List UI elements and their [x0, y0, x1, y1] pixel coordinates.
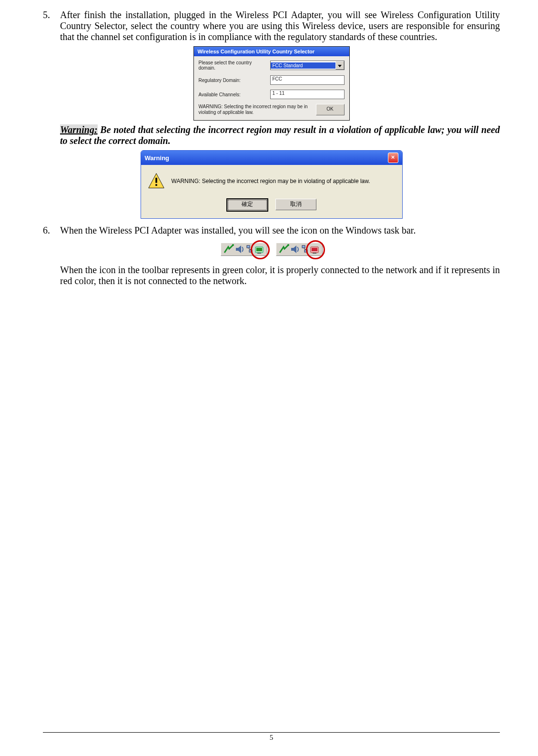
network-icon	[302, 245, 308, 254]
regulatory-domain-label: Regulatory Domain:	[199, 78, 270, 83]
svg-line-8	[248, 248, 251, 250]
warning-dialog: Warning × WARNING: Selecting the incorre…	[141, 150, 403, 219]
dialog2-cancel-button[interactable]: 取消	[275, 199, 316, 210]
page-footer: 5	[43, 732, 500, 742]
country-dropdown-value: FCC Standard	[271, 62, 335, 69]
close-button[interactable]: ×	[388, 153, 398, 163]
svg-marker-0	[338, 65, 342, 67]
taskbar-disconnected	[276, 243, 323, 256]
svg-rect-3	[155, 184, 157, 186]
dialog2-title: Warning	[145, 154, 388, 162]
step-6-number: 6.	[43, 225, 60, 236]
volume-icon	[235, 244, 245, 255]
warning-icon	[148, 173, 165, 190]
chevron-down-icon	[338, 63, 342, 68]
svg-rect-19	[313, 253, 316, 254]
inline-warning-text: Be noted that selecting the incorrect re…	[60, 124, 500, 146]
svg-point-12	[287, 244, 289, 246]
svg-rect-18	[312, 248, 317, 251]
dialog2-message: WARNING: Selecting the incorrect region …	[172, 178, 396, 184]
svg-point-4	[232, 244, 234, 246]
step-6: 6. When the Wireless PCI Adapter was ins…	[43, 225, 500, 236]
dialog1-titlebar: Wireless Configuration Utility Country S…	[194, 47, 349, 56]
wireless-tray-icon-green	[254, 244, 264, 255]
step-5: 5. After finish the installation, plugge…	[43, 10, 500, 42]
dialog1-warning-text: WARNING: Selecting the incorrect region …	[199, 104, 312, 115]
step-5-number: 5.	[43, 10, 60, 42]
svg-marker-5	[236, 245, 241, 253]
connection-icon	[223, 244, 234, 255]
page-number: 5	[43, 734, 500, 742]
svg-rect-15	[305, 250, 307, 252]
close-icon: ×	[391, 153, 395, 161]
dialog2-ok-button[interactable]: 確定	[226, 198, 268, 212]
wireless-tray-icon-red	[309, 244, 320, 255]
svg-rect-2	[155, 178, 157, 183]
svg-rect-7	[249, 250, 252, 252]
inline-warning: Warning: Be noted that selecting the inc…	[60, 124, 500, 146]
regulatory-domain-field[interactable]: FCC	[270, 75, 345, 85]
dialog1-ok-button[interactable]: OK	[316, 104, 345, 115]
dialog2-titlebar: Warning ×	[141, 151, 402, 165]
country-selector-dialog: Wireless Configuration Utility Country S…	[193, 46, 350, 121]
connection-icon	[279, 244, 289, 255]
step-6-text: When the Wireless PCI Adapter was instal…	[60, 225, 500, 236]
svg-rect-11	[257, 253, 261, 254]
available-channels-field[interactable]: 1 - 11	[270, 90, 345, 99]
svg-rect-10	[256, 248, 262, 251]
svg-rect-14	[302, 245, 305, 248]
svg-marker-13	[291, 245, 296, 253]
network-icon	[246, 245, 253, 254]
country-dropdown[interactable]: FCC Standard	[270, 61, 345, 70]
step-5-text: After finish the installation, plugged i…	[60, 10, 500, 42]
available-channels-label: Available Channels:	[199, 92, 270, 97]
taskbar-examples	[43, 243, 500, 256]
svg-rect-6	[247, 245, 250, 248]
volume-icon	[290, 244, 301, 255]
taskbar-connected	[221, 243, 267, 256]
country-prompt-label: Please select the country domain.	[199, 60, 270, 71]
taskbar-note: When the icon in the toolbar represents …	[60, 265, 500, 286]
dropdown-button[interactable]	[335, 61, 344, 70]
svg-line-16	[304, 248, 306, 250]
inline-warning-label: Warning:	[60, 124, 98, 135]
